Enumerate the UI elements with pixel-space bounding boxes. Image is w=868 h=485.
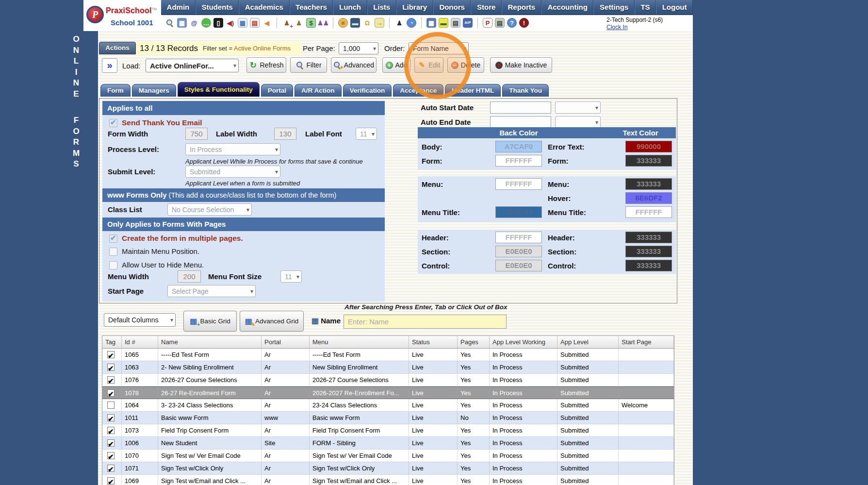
row-checkbox[interactable] [107,439,115,447]
auto-end-period-select[interactable]: ▾ [555,116,601,128]
form-text-color-swatch[interactable]: 333333 [625,155,672,167]
auto-end-date-input[interactable] [490,116,551,128]
nav-item-store[interactable]: Store [471,0,502,15]
nav-item-lunch[interactable]: Lunch [333,0,367,15]
refresh-button[interactable]: ↻Refresh [246,57,286,73]
add-button[interactable]: +Add [382,57,410,73]
row-checkbox[interactable] [107,376,115,384]
nav-item-library[interactable]: Library [396,0,433,15]
chat-icon[interactable]: … [201,18,211,28]
advanced-grid-button[interactable]: ▦✎ Advanced Grid [240,311,304,332]
error-text-text-color-swatch[interactable]: 990000 [625,141,672,152]
pdf-icon[interactable]: P [483,18,492,28]
expand-load-button[interactable]: » [102,58,117,73]
ap-badge-icon[interactable]: A/P [463,18,473,28]
row-checkbox[interactable] [107,364,115,371]
locker-icon[interactable]: ▬ [350,18,360,28]
add-person-icon[interactable]: ♟+ [282,18,292,28]
row-checkbox[interactable] [107,389,115,397]
form-width-input[interactable]: 750 [185,128,208,140]
nav-item-logout[interactable]: Logout [656,0,693,15]
advanced-button[interactable]: +Advanced [331,57,377,73]
name-search-input[interactable] [344,315,507,329]
maintain-menu-position-checkbox[interactable] [109,248,117,256]
check-icon[interactable]: ▬ [439,18,448,28]
send-thank-you-checkbox[interactable] [109,119,117,127]
menu-width-input[interactable]: 200 [178,270,201,283]
nav-item-settings[interactable]: Settings [593,0,634,15]
class-list-select[interactable]: No Course Selection▾ [167,203,252,216]
nav-item-academics[interactable]: Academics [239,0,289,15]
auto-start-date-input[interactable] [490,101,551,114]
tab-form[interactable]: Form [100,84,131,97]
row-checkbox[interactable] [107,465,115,472]
section-back-color-swatch[interactable]: E0E0E0 [495,246,542,257]
nav-item-reports[interactable]: Reports [502,0,541,15]
clock-in-link[interactable]: Clock In [606,24,627,31]
calendar-alt-icon[interactable]: ▤ [250,18,260,28]
filter-button[interactable]: Filter [290,57,327,73]
alert-icon[interactable]: ! [519,18,529,28]
actions-button[interactable]: Actions [99,42,136,54]
auto-start-period-select[interactable]: ▾ [555,101,601,114]
tab-thank-you[interactable]: Thank You [502,84,549,97]
table-row[interactable]: 1065-----Ed Test FormAr-----Ed Test Form… [102,349,674,361]
label-width-input[interactable]: 130 [274,128,296,140]
make-inactive-button[interactable]: Make Inactive [490,57,552,73]
edit-button[interactable]: ✎Edit [414,57,443,73]
menu-text-color-swatch[interactable]: 333333 [625,178,672,190]
tab-styles-functionality[interactable]: Styles & Functionality [178,82,260,97]
table-row[interactable]: 1006New StudentSiteFORM - SiblingLiveYes… [102,437,674,450]
column-header-app-level[interactable]: App Level [557,336,619,348]
tab-verification[interactable]: Verification [343,84,392,97]
row-checkbox[interactable] [107,351,115,358]
basic-grid-button[interactable]: ▦+ Basic Grid [183,311,237,332]
nav-item-donors[interactable]: Donors [433,0,471,15]
order-select[interactable]: Form Name▾ [409,42,469,54]
table-row[interactable]: 1011Basic www FormwwwBasic www FormLiveN… [102,412,674,424]
send-note-icon[interactable]: → [375,18,384,28]
column-header-id[interactable]: Id # [122,336,158,348]
table-row[interactable]: 10643- 23-24 Class SelectionsAr23-24 Cla… [102,399,674,412]
gradebook-icon[interactable]: ▦ [426,18,436,28]
column-header-portal[interactable]: Portal [262,336,310,348]
row-checkbox[interactable] [107,477,115,485]
nav-item-lists[interactable]: Lists [367,0,396,15]
announcement-icon[interactable]: ◀ [262,18,272,28]
calendar-icon[interactable]: ▦ [238,18,247,28]
tab-managers[interactable]: Managers [132,84,176,97]
header-back-color-swatch[interactable]: FFFFFF [495,232,542,243]
row-checkbox[interactable] [107,452,115,459]
family-icon[interactable]: ♟♟ [318,18,328,28]
load-select[interactable]: Active OnlineFor...▾ [146,59,239,72]
row-checkbox[interactable] [107,427,115,434]
menu-title-text-color-swatch[interactable]: FFFFFF [625,206,672,218]
column-header-menu[interactable]: Menu [310,336,409,348]
tab-portal[interactable]: Portal [261,84,293,97]
columns-select[interactable]: Default Columns▾ [104,313,176,327]
nav-item-accounting[interactable]: Accounting [541,0,594,15]
person-icon[interactable]: ♟ [294,18,304,28]
menu-font-size-select[interactable]: 11▾ [280,270,302,283]
print-checks-icon[interactable]: ▤ [451,18,460,28]
control-back-color-swatch[interactable]: E0E0E0 [495,260,542,271]
column-header-status[interactable]: Status [409,336,458,348]
nav-item-ts[interactable]: TS [635,0,656,15]
staff-icon[interactable]: ♟ [394,18,404,28]
message-center-icon[interactable]: ▦ [177,18,187,28]
search-icon[interactable] [165,18,175,28]
cash-register-icon[interactable]: ▤ [495,18,505,28]
lunch-icon[interactable]: ≡ [338,18,348,28]
nav-item-teachers[interactable]: Teachers [290,0,333,15]
delete-button[interactable]: –Delete [447,57,484,73]
create-multiple-pages-checkbox[interactable] [109,234,117,243]
column-header-tag[interactable]: Tag [102,336,122,348]
bell-icon[interactable]: Ω [362,18,372,28]
label-font-select[interactable]: 11▾ [356,128,377,140]
column-header-name[interactable]: Name [158,336,262,348]
tab-acceptance[interactable]: Acceptance [393,84,443,97]
menu-title-back-color-swatch[interactable]: 2F6CA4 [495,206,542,218]
row-checkbox[interactable] [107,414,115,421]
column-header-app-level-working[interactable]: App Level Working [490,336,557,348]
hover-text-color-swatch[interactable]: 6E6DF2 [625,192,672,204]
